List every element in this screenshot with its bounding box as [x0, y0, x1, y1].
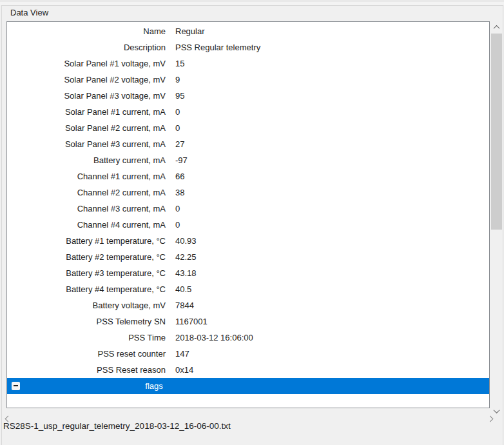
- row-label: Solar Panel #1 current, mA: [7, 107, 166, 117]
- table-row[interactable]: Solar Panel #1 voltage, mV 15: [7, 55, 489, 72]
- table-row[interactable]: PSS reset counter 147: [7, 346, 489, 362]
- row-label: Battery current, mA: [7, 155, 166, 165]
- row-value: 147: [175, 349, 189, 359]
- table-row[interactable]: Channel #4 current, mA 0: [7, 217, 489, 233]
- table-row[interactable]: Solar Panel #1 current, mA 0: [7, 104, 489, 120]
- row-label: Channel #3 current, mA: [7, 204, 166, 213]
- row-value: 9: [175, 75, 180, 84]
- row-value: Regular: [175, 26, 205, 36]
- vertical-scrollbar[interactable]: [491, 22, 502, 417]
- row-value: 42.25: [175, 252, 197, 262]
- row-value: 2018-03-12 16:06:00: [175, 333, 253, 342]
- table-row[interactable]: Battery #4 temperature, °C 40.5: [7, 281, 489, 297]
- table-row[interactable]: PSS Reset reason 0x14: [7, 362, 489, 378]
- table-row[interactable]: Solar Panel #2 voltage, mV 9: [7, 72, 489, 88]
- row-label: Channel #4 current, mA: [7, 220, 166, 230]
- table-row[interactable]: Channel #2 current, mA 38: [7, 184, 489, 201]
- table-row[interactable]: Battery #3 temperature, °C 43.18: [7, 265, 489, 281]
- table-row[interactable]: Battery current, mA -97: [7, 152, 489, 168]
- row-label: Channel #1 current, mA: [7, 172, 166, 181]
- groupbox-title: Data View: [9, 8, 50, 17]
- row-label: Description: [7, 43, 166, 52]
- vertical-scrollbar-thumb[interactable]: [491, 34, 502, 230]
- row-label: Battery #3 temperature, °C: [7, 268, 166, 278]
- table-row[interactable]: Battery #2 temperature, °C 42.25: [7, 249, 489, 265]
- row-label: PSS Telemetry SN: [7, 317, 166, 326]
- table-row[interactable]: Battery voltage, mV 7844: [7, 297, 489, 313]
- row-value: 27: [175, 139, 184, 149]
- row-label: Solar Panel #3 current, mA: [7, 139, 166, 149]
- telemetry-tree-panel[interactable]: Name Regular Description PSS Regular tel…: [6, 21, 490, 408]
- row-value: 15: [175, 59, 184, 68]
- row-label: PSS reset counter: [7, 349, 166, 359]
- row-value: 66: [175, 172, 184, 181]
- row-label: Battery #4 temperature, °C: [7, 284, 166, 294]
- table-row[interactable]: Name Regular: [7, 23, 489, 39]
- row-value: 43.18: [175, 268, 197, 278]
- row-value: 95: [175, 91, 184, 101]
- chevron-right-icon: [487, 416, 494, 422]
- row-label: Channel #2 current, mA: [7, 188, 166, 197]
- flags-group-label: flags: [7, 378, 301, 394]
- row-value: 1167001: [175, 317, 208, 326]
- row-label: Solar Panel #1 voltage, mV: [7, 59, 166, 68]
- status-filename: RS28S-1_usp_regular_telemetry_2018-03-12…: [3, 421, 231, 431]
- table-row[interactable]: Description PSS Regular telemetry: [7, 39, 489, 55]
- table-row[interactable]: Solar Panel #2 current, mA 0: [7, 120, 489, 136]
- row-label: Solar Panel #3 voltage, mV: [7, 91, 166, 101]
- row-value: 0: [175, 107, 180, 117]
- scroll-up-button[interactable]: [491, 22, 502, 33]
- row-label: PSS Reset reason: [7, 365, 166, 375]
- row-label: Solar Panel #2 current, mA: [7, 123, 166, 133]
- chevron-up-icon: [494, 25, 500, 32]
- row-label: Battery voltage, mV: [7, 301, 166, 310]
- row-value: 0: [175, 220, 180, 230]
- rows-container: Name Regular Description PSS Regular tel…: [7, 22, 489, 378]
- row-value: 7844: [175, 301, 194, 310]
- row-label: Battery #1 temperature, °C: [7, 236, 166, 246]
- row-value: 40.5: [175, 284, 191, 294]
- table-row[interactable]: Battery #1 temperature, °C 40.93: [7, 233, 489, 249]
- row-value: 0: [175, 123, 180, 133]
- row-value: 0: [175, 204, 180, 213]
- table-row[interactable]: PSS Telemetry SN 1167001: [7, 313, 489, 330]
- table-row[interactable]: PSS Time 2018-03-12 16:06:00: [7, 330, 489, 346]
- table-row[interactable]: Channel #3 current, mA 0: [7, 201, 489, 217]
- row-value: 40.93: [175, 236, 197, 246]
- row-value: -97: [175, 155, 188, 165]
- row-label: PSS Time: [7, 333, 166, 342]
- chevron-down-icon: [494, 407, 500, 413]
- flags-group-row[interactable]: flags: [7, 378, 489, 394]
- scroll-right-button[interactable]: [485, 413, 496, 424]
- row-label: Battery #2 temperature, °C: [7, 252, 166, 262]
- table-row[interactable]: Solar Panel #3 current, mA 27: [7, 136, 489, 152]
- table-row[interactable]: Solar Panel #3 voltage, mV 95: [7, 88, 489, 104]
- row-label: Name: [7, 26, 166, 36]
- row-value: PSS Regular telemetry: [175, 43, 260, 52]
- row-value: 38: [175, 188, 184, 197]
- row-value: 0x14: [175, 365, 193, 375]
- table-row[interactable]: Channel #1 current, mA 66: [7, 168, 489, 184]
- row-label: Solar Panel #2 voltage, mV: [7, 75, 166, 84]
